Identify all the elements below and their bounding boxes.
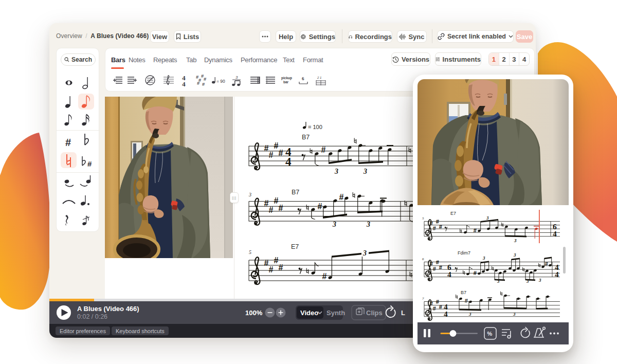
svg-text:5: 5 <box>249 249 251 255</box>
svg-text:6: 6 <box>302 76 304 81</box>
svg-text:E7: E7 <box>291 243 299 250</box>
svg-text:3: 3 <box>235 75 238 80</box>
svg-text:#: # <box>197 80 200 86</box>
svg-text:pickup: pickup <box>281 76 292 80</box>
svg-text:B7: B7 <box>461 290 466 295</box>
svg-text:3: 3 <box>538 278 541 283</box>
svg-text:bar: bar <box>283 80 289 84</box>
svg-text:#: # <box>87 159 92 168</box>
svg-text:3: 3 <box>497 279 500 284</box>
svg-text:= 90: = 90 <box>216 79 225 84</box>
svg-text:%: % <box>487 331 493 337</box>
svg-text:Clips: Clips <box>366 309 383 317</box>
svg-text:B7: B7 <box>302 134 310 141</box>
svg-text:3: 3 <box>513 252 516 258</box>
svg-text:3: 3 <box>334 168 338 175</box>
svg-text:3: 3 <box>513 312 516 317</box>
svg-text:3: 3 <box>482 256 485 261</box>
svg-text:L: L <box>401 309 405 317</box>
svg-text:4: 4 <box>444 310 448 318</box>
svg-text:3: 3 <box>526 279 529 284</box>
svg-text:Fdim7: Fdim7 <box>458 250 470 256</box>
svg-text:4: 4 <box>182 80 186 87</box>
svg-text:A Blues (Video 466): A Blues (Video 466) <box>77 305 139 313</box>
svg-text:#: # <box>202 81 205 86</box>
svg-text:3: 3 <box>366 221 370 228</box>
svg-text:4: 4 <box>555 270 559 279</box>
svg-text:4: 4 <box>285 155 292 168</box>
svg-text:4: 4 <box>553 229 557 238</box>
svg-text:3: 3 <box>332 221 336 228</box>
svg-text:E7: E7 <box>450 211 456 216</box>
svg-text:3: 3 <box>363 168 367 175</box>
svg-text:3: 3 <box>468 312 471 317</box>
svg-text:= 100: = 100 <box>308 124 322 130</box>
svg-text:Synth: Synth <box>326 309 345 317</box>
svg-text:7: 7 <box>422 297 424 301</box>
svg-text:100%: 100% <box>245 309 263 317</box>
svg-text:3: 3 <box>362 249 367 257</box>
svg-text:3: 3 <box>486 215 489 221</box>
svg-text:3: 3 <box>514 238 517 243</box>
svg-text:5: 5 <box>422 216 424 221</box>
svg-text:6: 6 <box>422 257 424 261</box>
svg-text:2 1: 2 1 <box>317 76 321 79</box>
svg-text:0:02 / 0:26: 0:02 / 0:26 <box>77 313 107 320</box>
svg-text:#: # <box>65 137 71 148</box>
svg-text:Video: Video <box>300 309 318 317</box>
svg-text:B7: B7 <box>292 189 299 196</box>
svg-text:4: 4 <box>447 270 451 279</box>
svg-text:3: 3 <box>248 192 251 197</box>
